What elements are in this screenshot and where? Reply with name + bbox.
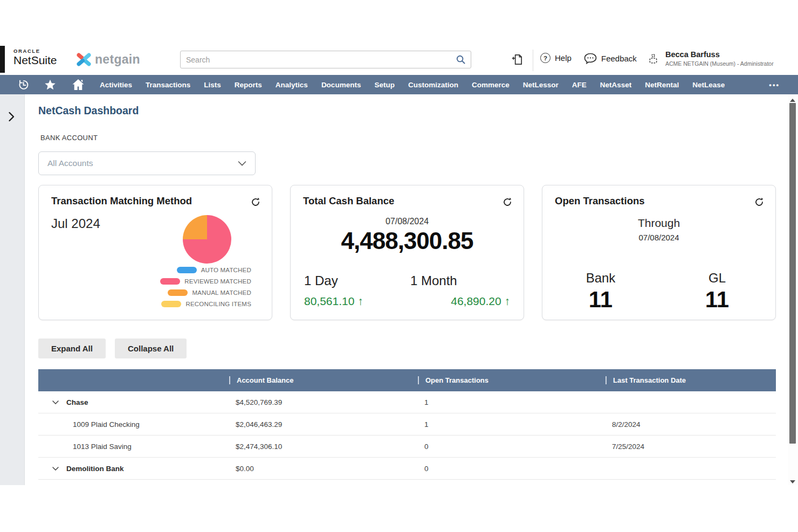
bank-count: 11 xyxy=(542,287,659,313)
gl-label: GL xyxy=(659,271,775,286)
legend-label: AUTO MATCHED xyxy=(201,267,251,273)
add-page-icon[interactable] xyxy=(511,53,524,68)
global-search xyxy=(180,51,471,68)
last-date-cell: 8/2/2024 xyxy=(603,420,776,429)
main-navbar: Activities Transactions Lists Reports An… xyxy=(0,75,798,94)
netgain-logo: netgain xyxy=(77,52,140,67)
nav-netrental[interactable]: NetRental xyxy=(645,81,679,89)
table-row: 1013 Plaid Saving $2,474,306.10 0 7/25/2… xyxy=(38,436,776,458)
account-name: 1009 Plaid Checking xyxy=(38,420,140,429)
balance-cell: $0.00 xyxy=(226,465,415,473)
sidebar-expand-button[interactable] xyxy=(8,112,15,122)
legend-label: RECONCILING ITEMS xyxy=(185,301,251,307)
legend-swatch-manual-matched xyxy=(168,289,188,296)
table-actions: Expand All Collapse All xyxy=(38,338,187,358)
nav-netlease[interactable]: NetLease xyxy=(692,81,725,89)
refresh-icon[interactable] xyxy=(251,197,260,207)
row-collapse-chevron-icon[interactable] xyxy=(52,400,59,404)
period-label: Jul 2024 xyxy=(51,216,100,231)
screen: ORACLE NetSuite netgain xyxy=(0,0,798,532)
nav-netlessor[interactable]: NetLessor xyxy=(523,81,559,89)
netgain-x-icon xyxy=(77,52,91,67)
search-input[interactable] xyxy=(181,56,456,64)
scroll-thumb[interactable] xyxy=(789,103,796,444)
collapse-all-button[interactable]: Collapse All xyxy=(115,338,187,358)
legend-swatch-reviewed-matched xyxy=(160,278,180,285)
table-header: Account Balance Open Transactions Last T… xyxy=(38,369,776,391)
matching-pie xyxy=(183,215,231,264)
expand-all-button[interactable]: Expand All xyxy=(38,338,106,358)
bank-label: Bank xyxy=(542,271,659,286)
nav-menu: Activities Transactions Lists Reports An… xyxy=(100,81,725,89)
user-menu[interactable]: Becca Barfuss ACME NETGAIN (Museum) - Ad… xyxy=(647,51,774,66)
kpi-cards: Transaction Matching Method Jul 2024 AUT… xyxy=(38,185,776,320)
nav-more-button[interactable]: ••• xyxy=(769,81,780,89)
card-title: Transaction Matching Method xyxy=(51,195,192,207)
page-title: NetCash Dashboard xyxy=(38,105,139,117)
nav-analytics[interactable]: Analytics xyxy=(276,81,308,89)
nav-reports[interactable]: Reports xyxy=(235,81,262,89)
legend-item: MANUAL MATCHED xyxy=(168,289,251,296)
row-collapse-chevron-icon[interactable] xyxy=(52,467,59,471)
bank-account-value: All Accounts xyxy=(47,158,93,168)
scroll-down-arrow[interactable] xyxy=(790,480,795,483)
through-label: Through xyxy=(542,217,775,230)
feedback-button[interactable]: Feedback xyxy=(584,53,637,64)
pie-legend: AUTO MATCHED REVIEWED MATCHED MANUAL MAT… xyxy=(160,267,251,307)
table-row: 1009 Plaid Checking $2,046,463.29 1 8/2/… xyxy=(38,413,776,436)
legend-item: AUTO MATCHED xyxy=(177,267,251,273)
nav-documents[interactable]: Documents xyxy=(321,81,361,89)
window-edge xyxy=(0,46,5,73)
legend-item: REVIEWED MATCHED xyxy=(160,278,251,285)
netgain-wordmark: netgain xyxy=(95,52,140,67)
refresh-icon[interactable] xyxy=(754,197,764,207)
bank-account-label: BANK ACCOUNT xyxy=(40,134,98,142)
open-counts-row: Bank 11 GL 11 xyxy=(542,271,775,313)
open-transactions-header: Open Transactions xyxy=(415,376,603,384)
card-title: Open Transactions xyxy=(555,195,645,207)
balance-change-row: 1 Day 80,561.10 ↑ 1 Month 46,890.20 ↑ xyxy=(304,273,510,308)
bank-account-select[interactable]: All Accounts xyxy=(38,151,256,175)
nav-netasset[interactable]: NetAsset xyxy=(600,81,632,89)
account-name: Demolition Bank xyxy=(66,465,124,473)
nav-transactions[interactable]: Transactions xyxy=(146,81,190,89)
nav-commerce[interactable]: Commerce xyxy=(472,81,510,89)
last-transaction-date-header: Last Transaction Date xyxy=(603,376,776,384)
balance-cell: $2,474,306.10 xyxy=(226,443,415,451)
vertical-scrollbar[interactable] xyxy=(788,94,798,485)
account-balance-header: Account Balance xyxy=(226,376,415,384)
refresh-icon[interactable] xyxy=(503,197,512,207)
nav-afe[interactable]: AFE xyxy=(572,81,587,89)
history-icon[interactable] xyxy=(17,79,29,91)
table-row: Demolition Bank $0.00 0 xyxy=(38,458,776,480)
search-icon[interactable] xyxy=(456,54,466,65)
top-header: ORACLE NetSuite netgain xyxy=(0,46,798,75)
help-button[interactable]: ? Help xyxy=(540,53,572,63)
user-role: ACME NETGAIN (Museum) - Administrator xyxy=(665,61,774,67)
nav-customization[interactable]: Customization xyxy=(408,81,458,89)
favorites-star-icon[interactable] xyxy=(44,79,57,91)
scroll-up-arrow[interactable] xyxy=(790,99,795,102)
table-row: Chase $4,520,769.39 1 xyxy=(38,391,776,413)
nav-setup[interactable]: Setup xyxy=(374,81,395,89)
account-name: 1013 Plaid Saving xyxy=(38,443,132,451)
legend-label: REVIEWED MATCHED xyxy=(184,278,251,285)
roles-icon xyxy=(647,52,659,66)
nav-activities[interactable]: Activities xyxy=(100,81,132,89)
balance-cell: $2,046,463.29 xyxy=(226,420,415,429)
gl-count: 11 xyxy=(659,287,775,313)
bank-count-block: Bank 11 xyxy=(542,271,659,313)
column-divider xyxy=(418,376,419,384)
open-cell: 1 xyxy=(415,420,603,429)
home-icon[interactable] xyxy=(71,78,85,91)
open-transactions-card: Open Transactions Through 07/08/2024 Ban… xyxy=(542,185,776,320)
one-day-label: 1 Day xyxy=(304,273,363,288)
one-day-change: 80,561.10 ↑ xyxy=(304,295,363,308)
nav-lists[interactable]: Lists xyxy=(204,81,221,89)
one-month-change: 46,890.20 ↑ xyxy=(410,295,510,308)
user-name: Becca Barfuss xyxy=(665,51,774,59)
left-collapse-rail xyxy=(0,94,25,485)
account-name-cell: 1009 Plaid Checking xyxy=(38,420,226,429)
open-cell: 0 xyxy=(415,465,603,473)
help-icon: ? xyxy=(540,53,551,63)
